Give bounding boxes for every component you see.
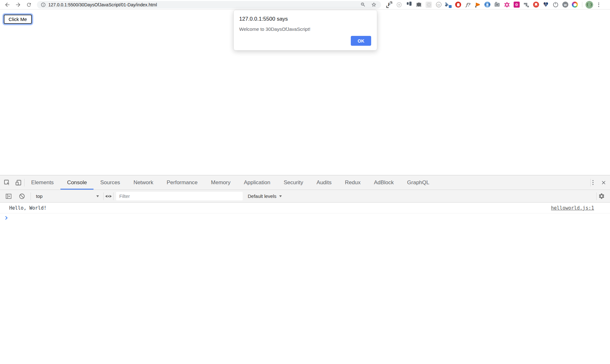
back-icon bbox=[4, 2, 10, 8]
info-icon[interactable] bbox=[41, 2, 46, 7]
console-filter-input[interactable] bbox=[116, 192, 243, 200]
orbit-extension-icon[interactable] bbox=[396, 2, 402, 8]
execution-context-selector[interactable]: top bbox=[31, 190, 103, 202]
wave-circle-extension-icon[interactable]: w bbox=[562, 2, 568, 8]
color-ring-extension-icon[interactable] bbox=[572, 2, 578, 8]
clear-console-button[interactable] bbox=[17, 190, 27, 202]
bookmark-star-button[interactable] bbox=[370, 1, 377, 8]
console-toolbar: top Default levels bbox=[0, 190, 610, 203]
bookmark-circle-extension-icon[interactable] bbox=[533, 2, 539, 8]
reload-button[interactable] bbox=[25, 1, 33, 9]
console-sidebar-icon bbox=[5, 193, 12, 200]
address-bar[interactable]: 127.0.0.1:5500/30DaysOfJavaScript/01-Day… bbox=[37, 1, 381, 9]
gear-icon bbox=[598, 193, 605, 199]
stop-hand-extension-icon[interactable] bbox=[455, 2, 461, 8]
execution-context-label: top bbox=[36, 193, 43, 199]
reload-icon bbox=[26, 2, 32, 8]
eyedropper-extension-icon[interactable] bbox=[445, 2, 452, 8]
tab-audits[interactable]: Audits bbox=[310, 175, 338, 190]
tab-performance[interactable]: Performance bbox=[160, 175, 204, 190]
console-toolbar-separator-3 bbox=[113, 192, 114, 200]
gear-square-extension-icon[interactable]: ⚙ bbox=[514, 2, 520, 8]
close-icon bbox=[601, 180, 607, 185]
console-log-text: Hello, World! bbox=[9, 205, 46, 211]
tab-elements[interactable]: Elements bbox=[24, 175, 60, 190]
tab-memory[interactable]: Memory bbox=[204, 175, 237, 190]
alert-message: Welcome to 30DaysOfJavaScript! bbox=[239, 26, 371, 32]
console-prompt-row[interactable] bbox=[0, 213, 610, 223]
console-prompt-chevron-icon bbox=[4, 216, 7, 219]
devtools-tab-bar: Elements Console Sources Network Perform… bbox=[0, 175, 610, 190]
inspect-element-button[interactable] bbox=[1, 175, 13, 190]
function-question-extension-icon[interactable]: ƒ? bbox=[465, 2, 471, 8]
click-me-button[interactable]: Click Me bbox=[4, 15, 32, 24]
extensions-area: F (-) ƒ? ⚙ ♥ w bbox=[386, 2, 578, 8]
devtools-close-button[interactable] bbox=[597, 175, 610, 190]
page-content: Click Me 127.0.0.1:5500 says Welcome to … bbox=[0, 10, 610, 175]
devtools-menu-kebab-icon[interactable] bbox=[591, 178, 596, 187]
live-expression-button[interactable] bbox=[104, 190, 113, 202]
blocks-extension-icon[interactable] bbox=[523, 2, 530, 8]
javascript-alert-dialog: 127.0.0.1:5500 says Welcome to 30DaysOfJ… bbox=[233, 10, 377, 51]
back-button[interactable] bbox=[3, 1, 11, 9]
toolbar-separator bbox=[582, 2, 582, 7]
alert-ok-button[interactable]: OK bbox=[351, 36, 371, 46]
console-sidebar-toggle-button[interactable] bbox=[4, 190, 13, 202]
star-icon bbox=[371, 2, 377, 7]
hexagram-extension-icon[interactable] bbox=[504, 2, 510, 8]
tab-network[interactable]: Network bbox=[127, 175, 160, 190]
tab-graphql[interactable]: GraphQL bbox=[400, 175, 436, 190]
eye-icon bbox=[105, 193, 112, 200]
bug-extension-icon[interactable] bbox=[416, 2, 422, 8]
chevron-down-icon bbox=[279, 195, 282, 197]
heart-search-extension-icon[interactable]: ♥ bbox=[543, 2, 549, 8]
camera-extension-icon[interactable] bbox=[494, 2, 500, 8]
fontface-extension-icon[interactable]: F bbox=[386, 2, 392, 8]
zoom-in-icon bbox=[360, 2, 366, 7]
browser-menu-kebab-icon[interactable] bbox=[597, 1, 600, 8]
console-settings-button[interactable] bbox=[597, 190, 606, 202]
tab-sources[interactable]: Sources bbox=[94, 175, 127, 190]
devtools-panel: Elements Console Sources Network Perform… bbox=[0, 175, 610, 364]
react-disabled-extension-icon[interactable] bbox=[426, 2, 432, 8]
chevron-down-icon bbox=[96, 195, 99, 197]
device-toolbar-button[interactable] bbox=[13, 175, 24, 190]
tab-console[interactable]: Console bbox=[60, 175, 94, 190]
tab-adblock[interactable]: AdBlock bbox=[367, 175, 400, 190]
inspect-icon bbox=[3, 179, 10, 186]
tab-application[interactable]: Application bbox=[237, 175, 277, 190]
megaphone-extension-icon[interactable] bbox=[475, 2, 481, 8]
zoom-in-button[interactable] bbox=[359, 1, 366, 8]
swirl-extension-icon[interactable] bbox=[484, 2, 490, 8]
circle-dash-extension-icon[interactable]: (-) bbox=[435, 2, 442, 8]
alert-title: 127.0.0.1:5500 says bbox=[239, 16, 371, 22]
browser-toolbar: 127.0.0.1:5500/30DaysOfJavaScript/01-Day… bbox=[0, 0, 610, 10]
console-source-link[interactable]: helloworld.js:1 bbox=[551, 205, 594, 211]
tab-redux[interactable]: Redux bbox=[338, 175, 367, 190]
log-levels-label: Default levels bbox=[248, 193, 276, 199]
forward-icon bbox=[15, 2, 21, 8]
forward-button[interactable] bbox=[14, 1, 22, 9]
device-toolbar-icon bbox=[15, 179, 22, 186]
console-log-row: Hello, World! helloworld.js:1 bbox=[0, 203, 610, 213]
profile-avatar[interactable]: { } bbox=[586, 1, 593, 9]
tab-security[interactable]: Security bbox=[277, 175, 310, 190]
power-circle-extension-icon[interactable] bbox=[552, 2, 559, 8]
columns-extension-icon[interactable] bbox=[406, 2, 412, 8]
log-levels-selector[interactable]: Default levels bbox=[248, 193, 282, 199]
console-output: Hello, World! helloworld.js:1 bbox=[0, 203, 610, 364]
clear-console-icon bbox=[18, 193, 25, 200]
url-text[interactable]: 127.0.0.1:5500/30DaysOfJavaScript/01-Day… bbox=[48, 2, 157, 7]
